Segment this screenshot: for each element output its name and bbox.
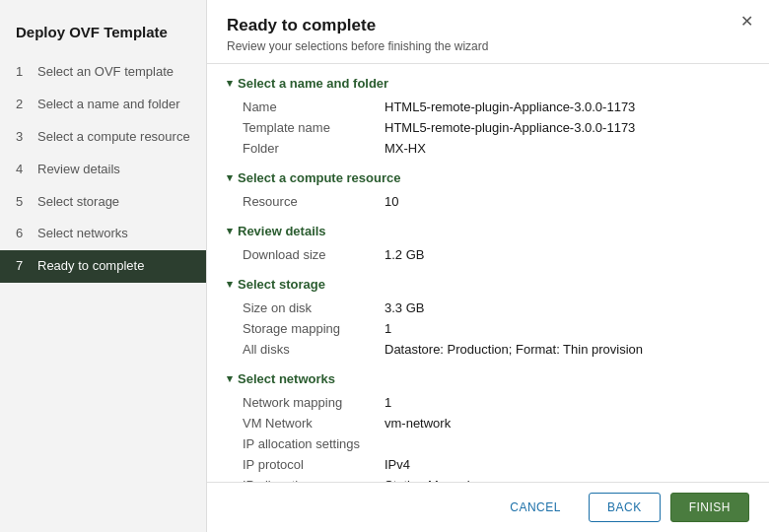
label-download-size: Download size [227, 244, 384, 265]
label-ip-protocol: IP protocol [227, 454, 384, 475]
table-row: Name HTML5-remote-plugin-Appliance-3.0.0… [227, 97, 749, 117]
table-row: Network mapping 1 [227, 392, 749, 413]
value-template-name: HTML5-remote-plugin-Appliance-3.0.0-1173 [384, 117, 749, 138]
value-download-size: 1.2 GB [384, 244, 749, 265]
chevron-down-icon: ▾ [227, 372, 233, 385]
sidebar-item-6[interactable]: 6 Select networks [0, 218, 206, 250]
step-label-3: Select a compute resource [37, 129, 190, 146]
value-resource: 10 [384, 191, 749, 212]
chevron-down-icon: ▾ [227, 77, 233, 90]
step-num-1: 1 [16, 64, 32, 81]
chevron-down-icon: ▾ [227, 171, 233, 184]
chevron-down-icon: ▾ [227, 225, 233, 237]
value-name: HTML5-remote-plugin-Appliance-3.0.0-1173 [384, 97, 749, 117]
table-row: All disks Datastore: Production; Format:… [227, 339, 749, 360]
sidebar: Deploy OVF Template 1 Select an OVF temp… [0, 0, 207, 532]
label-all-disks: All disks [227, 339, 384, 360]
step-num-2: 2 [16, 97, 32, 113]
section-compute-header[interactable]: ▾ Select a compute resource [227, 170, 749, 185]
networks-table: Network mapping 1 VM Network vm-network … [227, 392, 749, 482]
value-ip-allocation-settings [384, 433, 749, 454]
section-networks-header[interactable]: ▾ Select networks [227, 371, 749, 386]
chevron-down-icon: ▾ [227, 278, 233, 291]
value-folder: MX-HX [384, 138, 749, 159]
table-row: IP allocation Static - Manual [227, 475, 749, 482]
table-row: Size on disk 3.3 GB [227, 298, 749, 318]
finish-button[interactable]: FINISH [670, 493, 749, 522]
step-num-3: 3 [16, 129, 32, 146]
table-row: Storage mapping 1 [227, 318, 749, 339]
table-row: IP allocation settings [227, 433, 749, 454]
sidebar-title: Deploy OVF Template [0, 10, 206, 56]
table-row: Download size 1.2 GB [227, 244, 749, 265]
name-folder-table: Name HTML5-remote-plugin-Appliance-3.0.0… [227, 97, 749, 159]
sidebar-item-3[interactable]: 3 Select a compute resource [0, 121, 206, 154]
sidebar-item-7[interactable]: 7 Ready to complete [0, 250, 206, 283]
sidebar-item-2[interactable]: 2 Select a name and folder [0, 89, 206, 121]
table-row: Folder MX-HX [227, 138, 749, 159]
sidebar-item-4[interactable]: 4 Review details [0, 154, 206, 186]
section-name-folder-title: Select a name and folder [238, 76, 388, 91]
label-storage-mapping: Storage mapping [227, 318, 384, 339]
step-num-6: 6 [16, 226, 32, 242]
section-storage-header[interactable]: ▾ Select storage [227, 277, 749, 292]
step-num-4: 4 [16, 162, 32, 178]
value-ip-protocol: IPv4 [384, 454, 749, 475]
table-row: VM Network vm-network [227, 413, 749, 433]
table-row: IP protocol IPv4 [227, 454, 749, 475]
value-storage-mapping: 1 [384, 318, 749, 339]
label-name: Name [227, 97, 384, 117]
label-resource: Resource [227, 191, 384, 212]
table-row: Resource 10 [227, 191, 749, 212]
deploy-ovf-dialog: Deploy OVF Template 1 Select an OVF temp… [0, 0, 769, 532]
section-storage-title: Select storage [238, 277, 325, 292]
value-all-disks: Datastore: Production; Format: Thin prov… [384, 339, 749, 360]
step-label-2: Select a name and folder [37, 97, 180, 113]
section-compute: ▾ Select a compute resource Resource 10 [227, 170, 749, 212]
label-vm-network: VM Network [227, 413, 384, 433]
section-review-title: Review details [238, 224, 326, 238]
compute-table: Resource 10 [227, 191, 749, 212]
step-num-7: 7 [16, 258, 32, 275]
dialog-body: Deploy OVF Template 1 Select an OVF temp… [0, 0, 769, 532]
label-network-mapping: Network mapping [227, 392, 384, 413]
cancel-button[interactable]: CANCEL [492, 494, 579, 521]
sidebar-item-5[interactable]: 5 Select storage [0, 186, 206, 219]
review-table: Download size 1.2 GB [227, 244, 749, 265]
label-folder: Folder [227, 138, 384, 159]
step-label-7: Ready to complete [37, 258, 144, 275]
sidebar-item-1[interactable]: 1 Select an OVF template [0, 56, 206, 89]
main-header: Ready to complete Review your selections… [207, 0, 769, 64]
section-networks: ▾ Select networks Network mapping 1 VM N… [227, 371, 749, 482]
step-num-5: 5 [16, 194, 32, 211]
storage-table: Size on disk 3.3 GB Storage mapping 1 Al… [227, 298, 749, 360]
back-button[interactable]: BACK [589, 493, 661, 522]
label-size-on-disk: Size on disk [227, 298, 384, 318]
main-body: ▾ Select a name and folder Name HTML5-re… [207, 64, 769, 482]
label-template-name: Template name [227, 117, 384, 138]
step-label-1: Select an OVF template [37, 64, 174, 81]
section-compute-title: Select a compute resource [238, 170, 400, 185]
dialog-footer: CANCEL BACK FINISH [207, 482, 769, 532]
value-network-mapping: 1 [384, 392, 749, 413]
step-label-5: Select storage [37, 194, 119, 211]
close-button[interactable]: ✕ [740, 14, 753, 30]
page-subtitle: Review your selections before finishing … [227, 39, 749, 53]
section-name-folder: ▾ Select a name and folder Name HTML5-re… [227, 76, 749, 159]
label-ip-allocation: IP allocation [227, 475, 384, 482]
value-size-on-disk: 3.3 GB [384, 298, 749, 318]
value-vm-network: vm-network [384, 413, 749, 433]
page-title: Ready to complete [227, 16, 749, 35]
value-ip-allocation: Static - Manual [384, 475, 749, 482]
section-review-header[interactable]: ▾ Review details [227, 224, 749, 238]
table-row: Template name HTML5-remote-plugin-Applia… [227, 117, 749, 138]
section-review: ▾ Review details Download size 1.2 GB [227, 224, 749, 265]
label-ip-allocation-settings: IP allocation settings [227, 433, 384, 454]
section-storage: ▾ Select storage Size on disk 3.3 GB Sto… [227, 277, 749, 360]
main-content: Ready to complete Review your selections… [207, 0, 769, 532]
step-label-4: Review details [37, 162, 120, 178]
section-name-folder-header[interactable]: ▾ Select a name and folder [227, 76, 749, 91]
section-networks-title: Select networks [238, 371, 335, 386]
step-label-6: Select networks [37, 226, 128, 242]
